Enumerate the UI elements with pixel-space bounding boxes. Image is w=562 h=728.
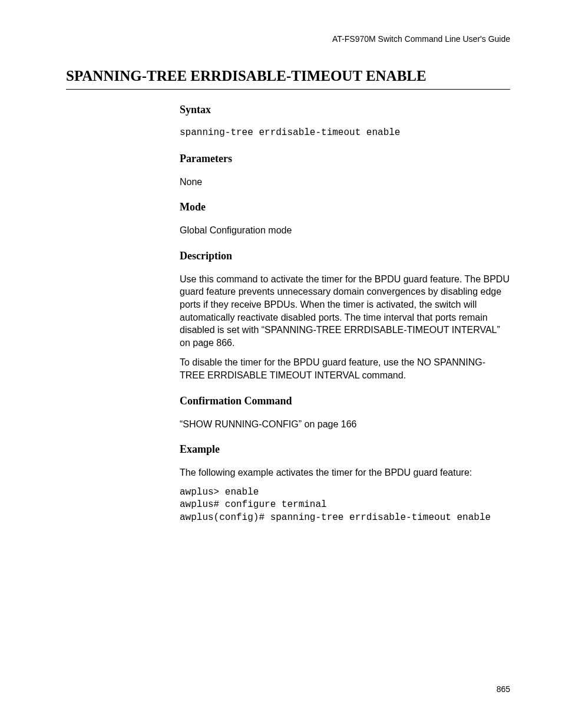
confirmation-text: “SHOW RUNNING-CONFIG” on page 166 — [180, 418, 510, 431]
syntax-command: spanning-tree errdisable-timeout enable — [180, 127, 510, 140]
example-code: awplus> enable awplus# configure termina… — [180, 486, 510, 525]
parameters-text: None — [180, 176, 510, 189]
header-guide-title: AT-FS970M Switch Command Line User's Gui… — [332, 34, 510, 44]
page-number: 865 — [497, 684, 510, 694]
description-heading: Description — [180, 250, 510, 262]
example-intro: The following example activates the time… — [180, 466, 510, 479]
description-para1: Use this command to activate the timer f… — [180, 273, 510, 350]
confirmation-heading: Confirmation Command — [180, 395, 510, 407]
mode-text: Global Configuration mode — [180, 224, 510, 237]
content-area: Syntax spanning-tree errdisable-timeout … — [180, 104, 510, 532]
example-heading: Example — [180, 443, 510, 456]
parameters-heading: Parameters — [180, 153, 510, 165]
syntax-heading: Syntax — [180, 104, 510, 116]
page-title: SPANNING-TREE ERRDISABLE-TIMEOUT ENABLE — [66, 68, 510, 90]
mode-heading: Mode — [180, 201, 510, 213]
description-para2: To disable the timer for the BPDU guard … — [180, 356, 510, 381]
